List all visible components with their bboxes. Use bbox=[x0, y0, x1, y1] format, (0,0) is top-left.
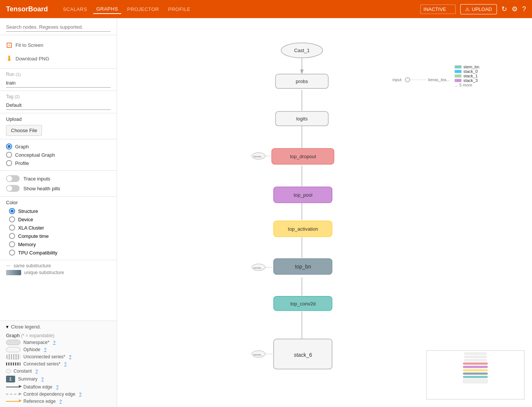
svg-rect-34 bbox=[455, 74, 461, 77]
constant-shape bbox=[6, 369, 11, 373]
trace-inputs-row: Trace inputs bbox=[6, 174, 111, 183]
dataflow-label: Dataflow edge bbox=[23, 384, 52, 390]
unique-substructure-row: unique substructure bbox=[6, 270, 111, 275]
memory-radio bbox=[9, 241, 15, 247]
top-navigation: TensorBoard SCALARS GRAPHS PROJECTOR PRO… bbox=[0, 0, 532, 18]
summary-label: Summary bbox=[18, 376, 37, 382]
minimap bbox=[426, 350, 524, 399]
color-memory[interactable]: Memory bbox=[9, 240, 111, 248]
run-section: Run (1) train bbox=[0, 68, 117, 91]
unique-substructure-label: unique substructure bbox=[24, 270, 64, 275]
summary-help[interactable]: ? bbox=[41, 377, 43, 381]
svg-point-26 bbox=[405, 77, 410, 82]
structure-label: Structure bbox=[18, 208, 38, 214]
close-legend-row[interactable]: ▾ Close legend. bbox=[6, 324, 111, 330]
svg-rect-46 bbox=[463, 376, 488, 378]
color-options: Structure Device XLA Cluster Compute tim… bbox=[6, 207, 111, 257]
svg-rect-40 bbox=[464, 356, 486, 358]
tag-select[interactable]: Default bbox=[6, 101, 111, 110]
upload-button[interactable]: ⚠ UPLOAD bbox=[460, 4, 497, 14]
profile-radio-label: Profile bbox=[15, 160, 29, 166]
search-section bbox=[0, 18, 117, 35]
refresh-button[interactable]: ↻ bbox=[501, 5, 507, 13]
svg-text:keras...: keras... bbox=[254, 155, 264, 158]
opnode-label: OpNode bbox=[23, 347, 40, 352]
sidebar: ⊡ Fit to Screen ⬇ Download PNG Run (1) t… bbox=[0, 18, 117, 407]
reference-arrow bbox=[6, 401, 20, 402]
nav-profile[interactable]: PROFILE bbox=[165, 5, 193, 14]
nav-projector[interactable]: PROJECTOR bbox=[124, 5, 162, 14]
compute-radio bbox=[9, 233, 15, 239]
graph-radio-label: Graph bbox=[15, 144, 29, 150]
top-bn-label: top_bn bbox=[295, 264, 311, 270]
namespace-label: Namespace* bbox=[23, 340, 49, 345]
connected-shape bbox=[6, 362, 20, 365]
top-conv2d-label: top_conv2d bbox=[290, 301, 316, 307]
download-png-row[interactable]: ⬇ Download PNG bbox=[6, 52, 111, 65]
svg-text:keras_lea...: keras_lea... bbox=[428, 77, 450, 82]
namespace-shape bbox=[6, 340, 20, 345]
reference-help[interactable]: ? bbox=[59, 399, 62, 404]
color-tpu[interactable]: TPU Compatibility bbox=[9, 248, 111, 257]
legend-section: ▾ Close legend. Graph (* = expandable) N… bbox=[0, 321, 117, 407]
color-compute[interactable]: Compute time bbox=[9, 232, 111, 240]
graph-area[interactable]: keras... keras... keras... Cast_1 probs bbox=[117, 18, 532, 407]
graph-type-graph[interactable]: Graph bbox=[6, 142, 111, 151]
control-help[interactable]: ? bbox=[79, 392, 81, 396]
topbar-right: INACTIVE ⚠ UPLOAD ↻ ⚙ ? bbox=[420, 4, 526, 14]
legend-items: Namespace* ? OpNode ? Unconnected series… bbox=[6, 340, 111, 404]
trace-inputs-toggle[interactable] bbox=[6, 175, 20, 182]
top-pool-label: top_pool bbox=[294, 192, 313, 198]
help-button[interactable]: ? bbox=[522, 5, 526, 13]
opnode-help[interactable]: ? bbox=[44, 347, 46, 352]
nav-scalars[interactable]: SCALARS bbox=[60, 5, 90, 14]
connected-label: Connected series* bbox=[23, 361, 60, 367]
color-xla[interactable]: XLA Cluster bbox=[9, 224, 111, 232]
control-arrow bbox=[6, 394, 20, 395]
reference-label: Reference edge bbox=[23, 399, 56, 404]
svg-rect-41 bbox=[464, 359, 486, 361]
graph-type-conceptual[interactable]: Conceptual Graph bbox=[6, 151, 111, 159]
svg-text:... 5 more: ... 5 more bbox=[455, 83, 472, 87]
nav-links: SCALARS GRAPHS PROJECTOR PROFILE bbox=[60, 5, 194, 14]
show-health-pills-label: Show health pills bbox=[23, 186, 60, 191]
run-select[interactable]: train bbox=[6, 79, 111, 88]
device-radio bbox=[9, 216, 15, 222]
legend-namespace: Namespace* ? bbox=[6, 340, 111, 345]
unique-substructure-chip bbox=[6, 270, 21, 275]
device-label: Device bbox=[18, 217, 33, 222]
show-health-pills-toggle[interactable] bbox=[6, 185, 20, 192]
constant-help[interactable]: ? bbox=[35, 369, 38, 373]
trace-inputs-label: Trace inputs bbox=[23, 176, 50, 182]
structure-radio bbox=[9, 208, 15, 214]
unconnected-help[interactable]: ? bbox=[69, 355, 71, 359]
fit-to-screen-row[interactable]: ⊡ Fit to Screen bbox=[6, 38, 111, 52]
fit-to-screen-label: Fit to Screen bbox=[15, 42, 43, 48]
status-select[interactable]: INACTIVE bbox=[420, 5, 456, 14]
legend-summary: Σ Summary ? bbox=[6, 376, 111, 382]
namespace-help[interactable]: ? bbox=[53, 340, 56, 345]
download-png-icon: ⬇ bbox=[6, 54, 12, 63]
settings-button[interactable]: ⚙ bbox=[512, 5, 518, 13]
run-label: Run (1) bbox=[6, 72, 111, 77]
cast1-label: Cast_1 bbox=[294, 48, 310, 53]
svg-text:stem_bn: stem_bn bbox=[463, 65, 479, 69]
connected-help[interactable]: ? bbox=[64, 362, 66, 366]
search-input[interactable] bbox=[6, 23, 111, 32]
graph-type-profile[interactable]: Profile bbox=[6, 159, 111, 167]
color-structure[interactable]: Structure bbox=[9, 207, 111, 215]
color-device[interactable]: Device bbox=[9, 215, 111, 224]
choose-file-button[interactable]: Choose File bbox=[6, 125, 42, 136]
show-health-pills-row: Show health pills bbox=[6, 183, 111, 193]
svg-rect-30 bbox=[455, 65, 461, 68]
svg-rect-44 bbox=[463, 369, 488, 371]
conceptual-radio-label: Conceptual Graph bbox=[15, 152, 55, 158]
nav-graphs[interactable]: GRAPHS bbox=[93, 5, 121, 14]
upload-section: Upload Choose File bbox=[0, 113, 117, 139]
dataflow-help[interactable]: ? bbox=[56, 385, 59, 389]
tag-section: Tag (2) Default bbox=[0, 91, 117, 113]
sidebar-actions: ⊡ Fit to Screen ⬇ Download PNG bbox=[0, 35, 117, 68]
svg-text:keras...: keras... bbox=[254, 353, 264, 356]
tag-label: Tag (2) bbox=[6, 94, 111, 99]
svg-text:input: input bbox=[392, 77, 401, 82]
